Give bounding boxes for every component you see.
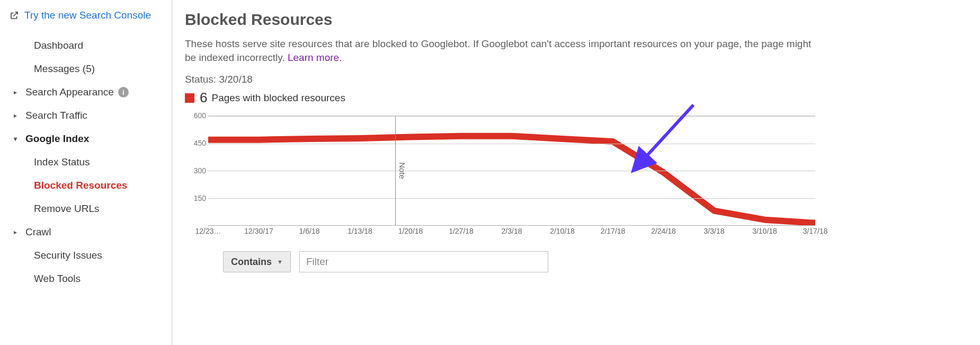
sidebar: Try the new Search Console DashboardMess… xyxy=(0,0,172,345)
filter-input[interactable] xyxy=(299,251,548,272)
x-axis-tick: 2/3/18 xyxy=(502,227,522,235)
sidebar-item-remove-urls[interactable]: Remove URLs xyxy=(10,197,172,220)
sidebar-item-messages-5[interactable]: Messages (5) xyxy=(10,57,172,81)
sidebar-item-crawl[interactable]: ▸Crawl xyxy=(10,220,172,244)
caret-icon: ▸ xyxy=(14,228,21,236)
filter-mode-dropdown[interactable]: Contains ▼ xyxy=(223,251,291,272)
x-axis-tick: 1/27/18 xyxy=(449,227,474,235)
sidebar-item-label: Index Status xyxy=(34,156,90,168)
nav-list: DashboardMessages (5)▸Search Appearancei… xyxy=(10,34,172,290)
x-axis-tick: 2/10/18 xyxy=(550,227,575,235)
y-axis-tick: 600 xyxy=(194,111,206,120)
main-content: Blocked Resources These hosts serve site… xyxy=(172,0,980,345)
sidebar-item-label: Web Tools xyxy=(34,273,81,285)
filter-mode-label: Contains xyxy=(231,256,272,268)
external-link-icon xyxy=(10,11,19,20)
x-axis-tick: 1/20/18 xyxy=(398,227,423,235)
sidebar-item-label: Remove URLs xyxy=(34,203,100,215)
legend-label: Pages with blocked resources xyxy=(211,92,345,104)
svg-line-0 xyxy=(635,105,693,169)
filter-bar: Contains ▼ xyxy=(185,251,967,272)
page-description: These hosts serve site resources that ar… xyxy=(185,37,821,64)
status-text: Status: 3/20/18 xyxy=(185,74,967,85)
sidebar-item-security-issues[interactable]: Security Issues xyxy=(10,244,172,267)
x-axis-tick: 1/6/18 xyxy=(299,227,320,235)
sidebar-item-search-traffic[interactable]: ▸Search Traffic xyxy=(10,104,172,127)
chart-gridline xyxy=(208,198,815,199)
sidebar-item-label: Crawl xyxy=(25,226,51,238)
info-icon: i xyxy=(118,87,129,98)
caret-icon: ▾ xyxy=(14,135,21,143)
x-axis-tick: 3/10/18 xyxy=(752,227,777,235)
y-axis-tick: 450 xyxy=(194,139,206,147)
chart-gridline xyxy=(208,144,815,144)
try-new-console-link[interactable]: Try the new Search Console xyxy=(10,10,172,21)
sidebar-item-label: Messages (5) xyxy=(34,63,95,75)
chart-legend: 6 Pages with blocked resources xyxy=(185,90,967,106)
caret-icon: ▸ xyxy=(14,112,21,119)
sidebar-item-web-tools[interactable]: Web Tools xyxy=(10,267,172,290)
chart-gridline xyxy=(208,171,815,171)
legend-count: 6 xyxy=(200,90,207,106)
x-axis-tick: 3/17/18 xyxy=(803,227,828,235)
sidebar-item-dashboard[interactable]: Dashboard xyxy=(10,34,172,57)
chart-annotation-label: Note xyxy=(398,162,407,179)
chart-annotation-line: Note xyxy=(395,116,396,225)
chart-plot-area: Note xyxy=(208,116,815,226)
caret-icon: ▸ xyxy=(14,89,21,96)
chart: 150300450600 Note 12/23…12/30/171/6/181/… xyxy=(185,116,815,238)
sidebar-item-google-index[interactable]: ▾Google Index xyxy=(10,127,172,151)
x-axis-tick: 12/30/17 xyxy=(244,227,273,235)
sidebar-item-label: Search Traffic xyxy=(25,110,87,121)
legend-swatch xyxy=(185,93,194,103)
sidebar-item-label: Security Issues xyxy=(34,250,102,261)
page-description-text: These hosts serve site resources that ar… xyxy=(185,38,811,63)
page-title: Blocked Resources xyxy=(185,11,967,29)
x-axis-tick: 3/3/18 xyxy=(704,227,725,235)
sidebar-item-label: Search Appearance xyxy=(25,86,114,98)
sidebar-item-index-status[interactable]: Index Status xyxy=(10,151,172,174)
y-axis-tick: 150 xyxy=(194,194,206,202)
x-axis-tick: 2/24/18 xyxy=(651,227,676,235)
chevron-down-icon: ▼ xyxy=(277,259,283,265)
chart-gridline xyxy=(208,116,815,117)
sidebar-item-search-appearance[interactable]: ▸Search Appearancei xyxy=(10,81,172,104)
learn-more-link[interactable]: Learn more. xyxy=(288,52,342,63)
sidebar-item-label: Dashboard xyxy=(34,40,83,51)
x-axis-labels: 12/23…12/30/171/6/181/13/181/20/181/27/1… xyxy=(208,227,815,238)
y-axis-tick: 300 xyxy=(194,166,206,175)
x-axis-tick: 1/13/18 xyxy=(348,227,372,235)
sidebar-item-label: Blocked Resources xyxy=(34,180,127,191)
x-axis-tick: 12/23… xyxy=(195,227,221,235)
try-new-console-label: Try the new Search Console xyxy=(24,10,151,21)
sidebar-item-label: Google Index xyxy=(25,133,89,145)
x-axis-tick: 2/17/18 xyxy=(601,227,626,235)
annotation-arrow-icon xyxy=(619,100,704,184)
sidebar-item-blocked-resources[interactable]: Blocked Resources xyxy=(10,174,172,197)
